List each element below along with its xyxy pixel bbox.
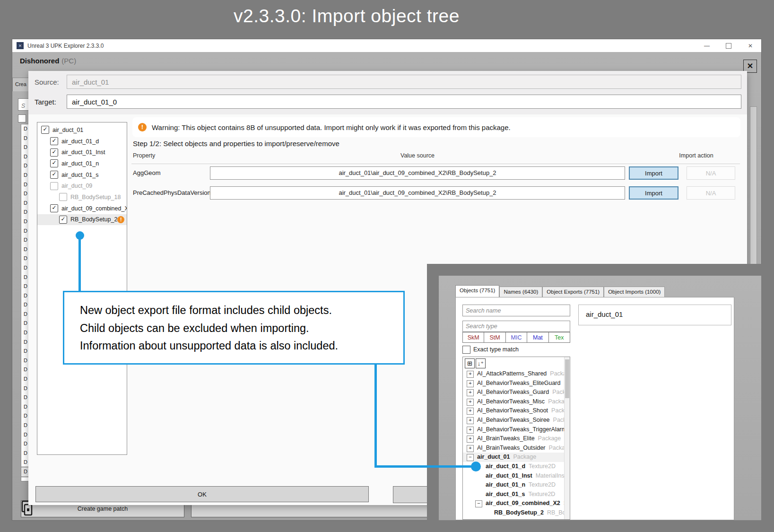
object-type: Package xyxy=(538,435,561,442)
expand-all-icon[interactable]: ⊞ xyxy=(465,358,475,368)
expander-icon[interactable]: + xyxy=(467,399,474,406)
checkbox[interactable]: ✓ xyxy=(41,126,49,134)
import-object-icon[interactable]: ↓⁺ xyxy=(476,358,486,368)
expander-icon[interactable]: + xyxy=(467,445,474,452)
tree-item[interactable]: ✓air_duct_01_d xyxy=(37,136,127,147)
search-type-input[interactable] xyxy=(462,321,570,332)
value-source-field[interactable]: air_duct_01\air_duct_09_combined_X2\RB_B… xyxy=(210,166,625,180)
object-row[interactable]: RB_BodySetup_2RB_BodySetup xyxy=(463,508,564,518)
object-row[interactable]: +AI_BehaviorTweaks_TriggerAlarmPacka... xyxy=(463,425,564,435)
tab-names-6430-[interactable]: Names (6430) xyxy=(499,287,542,297)
target-field[interactable] xyxy=(67,95,741,109)
object-row[interactable]: +AI_BehaviorTweaks_ShootPackage xyxy=(463,406,564,416)
import-button[interactable]: Import xyxy=(629,166,678,180)
checkbox[interactable]: ✓ xyxy=(59,216,67,224)
app-icon: ✕ xyxy=(17,42,24,49)
tree-scrollbar[interactable] xyxy=(564,357,570,519)
object-row[interactable]: + xyxy=(463,518,564,520)
close-icon[interactable]: ✕ xyxy=(739,39,761,52)
column-header-import-action: Import action xyxy=(629,152,764,159)
type-filter-tex[interactable]: Tex xyxy=(549,332,570,342)
object-row[interactable]: air_duct_01_InstMaterialInstanceC... xyxy=(463,471,564,481)
tab-object-exports-7751-[interactable]: Object Exports (7751) xyxy=(542,287,604,297)
object-type: Package xyxy=(552,389,564,395)
tree-scrollbar-thumb[interactable] xyxy=(565,359,569,398)
object-row[interactable]: +AI_BehaviorTweaks_EliteGuardPacka... xyxy=(463,379,564,388)
object-row[interactable]: air_duct_01_nTexture2D xyxy=(463,480,564,490)
checkbox[interactable]: ✓ xyxy=(50,137,58,145)
object-row[interactable]: +AI_AttackPatterns_SharedPackage xyxy=(463,369,564,379)
header-divider xyxy=(131,164,740,164)
ok-button[interactable]: OK xyxy=(35,486,369,502)
value-source-field[interactable]: air_duct_01\air_duct_09_combined_X2\RB_B… xyxy=(210,186,625,200)
expander-icon[interactable]: + xyxy=(467,408,474,415)
background-checkbox[interactable] xyxy=(18,114,26,122)
page-title: v2.3.3.0: Import object tree xyxy=(0,6,693,26)
checkbox[interactable]: ✓ xyxy=(50,148,58,157)
warning-icon: ! xyxy=(117,216,124,223)
object-row[interactable]: −air_duct_01Package xyxy=(463,453,564,462)
backdrop: v2.3.3.0: Import object tree ✕ Unreal 3 … xyxy=(0,0,774,532)
object-name: air_duct_01_d xyxy=(486,462,525,471)
object-row[interactable]: +AI_BrainTweaks_ElitePackage xyxy=(463,434,564,444)
expander-icon[interactable]: + xyxy=(467,417,474,424)
type-filter-skm[interactable]: SkM xyxy=(463,332,484,342)
callout-line-1: New object export file format includes c… xyxy=(80,302,403,320)
tree-item[interactable]: ✓air_duct_01_Inst xyxy=(37,147,127,158)
object-row[interactable]: −air_duct_09_combined_X2StaticM... xyxy=(463,499,564,508)
type-filter-mic[interactable]: MIC xyxy=(506,332,527,342)
object-row[interactable]: air_duct_01_sTexture2D xyxy=(463,490,564,499)
callout-line-tree xyxy=(78,239,81,292)
object-type: Package xyxy=(548,398,564,405)
minimize-icon[interactable]: — xyxy=(696,39,718,52)
tree-item[interactable]: ✓air_duct_01 xyxy=(37,124,127,136)
callout-dot-objects xyxy=(471,462,481,471)
property-row: AggGeomair_duct_01\air_duct_09_combined_… xyxy=(28,166,747,180)
selected-object-name-field[interactable]: air_duct_01 xyxy=(578,305,731,325)
object-type: Texture2D xyxy=(529,463,556,470)
object-name: air_duct_09_combined_X2 xyxy=(486,499,560,508)
checkbox[interactable]: ✓ xyxy=(50,204,58,212)
game-title: Dishonored xyxy=(20,57,59,65)
column-header-value-source: Value source xyxy=(210,152,625,159)
expander-icon[interactable]: + xyxy=(467,436,474,443)
search-name-input[interactable] xyxy=(462,305,570,316)
callout-box: New object export file format includes c… xyxy=(63,291,405,365)
object-row[interactable]: +AI_BehaviorTweaks_GuardPackage xyxy=(463,388,564,397)
type-filter-stm[interactable]: StM xyxy=(484,332,505,342)
property-name: PreCachedPhysDataVersion xyxy=(133,189,211,196)
type-filter-row: SkMStMMICMatTex xyxy=(462,332,570,343)
callout-line-2: Child objects can be excluded when impor… xyxy=(80,320,403,338)
expander-icon[interactable]: + xyxy=(467,380,474,387)
tree-item-label: air_duct_09_combined_X2 xyxy=(61,205,127,212)
window-title: Unreal 3 UPK Explorer 2.3.3.0 xyxy=(27,43,104,49)
expander-icon[interactable]: + xyxy=(467,371,474,378)
object-type: Texture2D xyxy=(529,481,556,488)
tab-object-imports-1000-[interactable]: Object Imports (1000) xyxy=(604,287,665,297)
expander-icon[interactable]: − xyxy=(467,454,474,461)
object-name: AI_BrainTweaks_Outsider xyxy=(477,444,546,453)
objects-tab-panel: SkMStMMICMatTex Exact type match ⊞ ↓⁺ +A… xyxy=(455,297,734,520)
object-name: AI_BehaviorTweaks_EliteGuard xyxy=(477,379,560,388)
expander-icon[interactable]: + xyxy=(467,519,474,520)
object-row[interactable]: +AI_BehaviorTweaks_MiscPackage xyxy=(463,397,564,407)
expander-icon[interactable]: + xyxy=(467,389,474,396)
object-row[interactable]: +AI_BrainTweaks_OutsiderPackage xyxy=(463,444,564,453)
object-name: AI_BehaviorTweaks_Guard xyxy=(477,388,549,397)
tree-item[interactable]: ✓RB_BodySetup_2! xyxy=(37,214,127,226)
exact-type-match-checkbox[interactable] xyxy=(462,346,470,354)
expander-icon[interactable]: + xyxy=(467,427,474,434)
objects-panel-fragment: Objects (7751)Names (6430)Object Exports… xyxy=(427,264,774,532)
object-row[interactable]: +AI_BehaviorTweaks_SoireePackage xyxy=(463,416,564,425)
na-button: N/A xyxy=(687,166,735,180)
object-name: AI_BehaviorTweaks_Misc xyxy=(477,397,545,407)
import-button[interactable]: Import xyxy=(629,186,678,200)
maximize-icon[interactable] xyxy=(718,39,739,52)
type-filter-mat[interactable]: Mat xyxy=(527,332,548,342)
tree-item[interactable]: ✓air_duct_09_combined_X2 xyxy=(37,203,127,214)
tab-bar: Objects (7751)Names (6430)Object Exports… xyxy=(455,285,665,297)
tab-objects-7751-[interactable]: Objects (7751) xyxy=(455,285,499,297)
object-name: AI_BehaviorTweaks_Soiree xyxy=(477,416,550,425)
expander-icon[interactable]: − xyxy=(475,500,482,507)
tree-item-label: air_duct_01_Inst xyxy=(61,149,105,156)
